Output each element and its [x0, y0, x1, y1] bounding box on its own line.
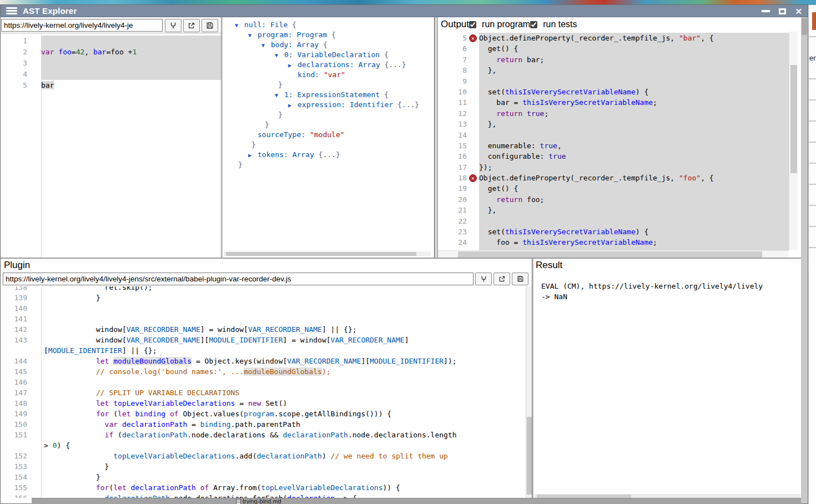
result-output: EVAL (CM), https://lively-kernel.org/liv…: [533, 271, 802, 302]
plugin-save-button[interactable]: [512, 273, 528, 285]
collapse-arrow-icon[interactable]: ▼: [275, 51, 284, 61]
code-row: 10 set(thisIsVererySecretVariableName) {: [438, 87, 789, 97]
ast-tree-pane[interactable]: ▼null: File {▼program: Program {▼body: A…: [223, 17, 434, 258]
code-line: [41, 69, 221, 80]
line-number: 21: [438, 205, 479, 215]
code-row: 24 foo = thisIsVererySecretVariableName;: [438, 237, 789, 248]
line-number: 151: [1, 430, 41, 440]
close-button[interactable]: ✕: [795, 7, 802, 16]
code-row: 151 if (declarationPath.node.declaration…: [1, 430, 526, 440]
save-button[interactable]: [202, 19, 218, 32]
code-row: 155 for(let declarationPath of Array.fro…: [1, 482, 526, 493]
collapse-arrow-icon[interactable]: ▼: [261, 41, 271, 51]
plugin-url-input[interactable]: [3, 273, 474, 285]
collapse-arrow-icon[interactable]: ▼: [248, 31, 258, 41]
maximize-button[interactable]: [779, 8, 786, 14]
code-row: 18✕Object.defineProperty(_recorder_.temp…: [438, 173, 789, 183]
code-line: get() {: [479, 43, 789, 54]
code-row: [MODULE_IDENTIFIER] || {};: [1, 345, 526, 356]
output-horizontal-scrollbar[interactable]: [438, 250, 789, 258]
error-icon[interactable]: ✕: [469, 34, 477, 42]
code-line: for(let declarationPath of Array.from(to…: [41, 482, 526, 493]
background-window-tab[interactable]: trying-bind.md: [236, 498, 281, 504]
output-title: Output: [441, 19, 469, 30]
expand-arrow-icon[interactable]: ▶: [288, 100, 298, 110]
background-tab-label: trying-bind.md: [243, 498, 281, 504]
ast-horizontal-scrollbar[interactable]: [224, 251, 431, 256]
code-row: 23 set(thisIsVererySecretVariableName) {: [438, 226, 789, 237]
code-line: var foo=42, bar=foo +1: [41, 47, 221, 58]
output-editor[interactable]: 5✕Object.defineProperty(_recorder_.tempf…: [438, 32, 789, 250]
external-link-icon: [498, 275, 506, 283]
ast-tree-row: ▼1: ExpressionStatement {: [223, 90, 434, 100]
result-line: -> NaN: [541, 291, 802, 302]
line-number: [1, 440, 41, 451]
line-number: 13: [438, 119, 479, 129]
run-program-checkbox[interactable]: [469, 21, 476, 28]
code-line: ret.skip();: [41, 286, 526, 293]
menu-icon[interactable]: [6, 7, 17, 14]
ast-tree-row: ▼program: Program {: [223, 30, 434, 40]
code-row: 13 },: [438, 119, 789, 129]
run-tests-checkbox[interactable]: [530, 21, 537, 28]
background-text: er: [809, 54, 816, 62]
ast-tree-row: ▼body: Array {: [223, 40, 434, 50]
plugin-title: Plugin: [1, 259, 532, 272]
open-external-button[interactable]: [183, 19, 200, 32]
line-number: 24: [438, 237, 479, 248]
collapse-arrow-icon[interactable]: ▼: [235, 21, 244, 31]
code-row: 145 // console.log('bound names:', ...mo…: [1, 366, 526, 377]
line-number: 15: [438, 140, 479, 151]
line-number: 23: [438, 226, 479, 237]
code-row: 17});: [438, 162, 789, 173]
line-number: 152: [1, 451, 41, 461]
line-number: 148: [1, 398, 41, 409]
code-row: 1: [1, 36, 221, 47]
plugin-version-control-button[interactable]: [475, 273, 492, 285]
output-vertical-scrollbar[interactable]: [789, 32, 798, 250]
plugin-editor[interactable]: 138 ret.skip();139 }140141142 window[VAR…: [1, 286, 526, 498]
plugin-vertical-scrollbar[interactable]: [526, 286, 532, 498]
code-line: set(thisIsVererySecretVariableName) {: [479, 87, 789, 97]
line-number: 5✕: [438, 33, 479, 43]
code-row: 148 let topLevelVariableDeclarations = n…: [1, 398, 526, 409]
code-row: 6 get() {: [438, 43, 789, 54]
ast-tree-row: }: [223, 120, 434, 130]
code-line: bar: [41, 80, 221, 91]
code-row: 21 },: [438, 205, 789, 215]
window-vertical-scrollbar[interactable]: [801, 17, 808, 503]
line-number: [1, 345, 41, 356]
line-number: 20: [438, 194, 479, 205]
code-line: [41, 314, 526, 324]
code-row: 20 return foo;: [438, 194, 789, 205]
plugin-open-external-button[interactable]: [493, 273, 510, 285]
code-row: 150 var declarationPath = binding.path.p…: [1, 419, 526, 430]
expand-arrow-icon[interactable]: ▶: [248, 150, 258, 160]
ast-tree-row: ▼null: File {: [223, 20, 434, 30]
line-number: 12: [438, 108, 479, 119]
branch-icon: [169, 22, 177, 29]
ast-tree-row: ▶declarations: Array {...}: [223, 60, 434, 70]
plugin-url-row: [1, 272, 532, 286]
code-line: set(thisIsVererySecretVariableName) {: [479, 226, 789, 237]
code-line: [479, 216, 789, 226]
source-editor[interactable]: 12var foo=42, bar=foo +1345bar: [1, 33, 221, 258]
ast-tree-row: ▶expression: Identifier {...}: [223, 100, 434, 110]
ast-tree-row: ▼0: VariableDeclaration {: [223, 50, 434, 60]
line-number: 10: [438, 87, 479, 97]
splitter-ast-output[interactable]: [434, 17, 438, 258]
version-control-button[interactable]: [165, 19, 182, 32]
expand-arrow-icon[interactable]: ▶: [288, 61, 298, 70]
title-bar[interactable]: AST Explorer ✕: [1, 5, 808, 17]
line-number: 145: [1, 366, 41, 377]
code-row: 147 // SPLIT UP VARIABLE DECLARATIONS: [1, 387, 526, 398]
collapse-arrow-icon[interactable]: ▼: [275, 90, 284, 100]
line-number: 2: [1, 47, 41, 58]
line-number: 4: [1, 69, 41, 80]
source-url-input[interactable]: [1, 19, 163, 32]
line-number: 147: [1, 387, 41, 398]
minimize-button[interactable]: [762, 10, 770, 12]
code-row: 7 return bar;: [438, 54, 789, 65]
error-icon[interactable]: ✕: [469, 174, 477, 182]
save-icon: [206, 22, 214, 29]
